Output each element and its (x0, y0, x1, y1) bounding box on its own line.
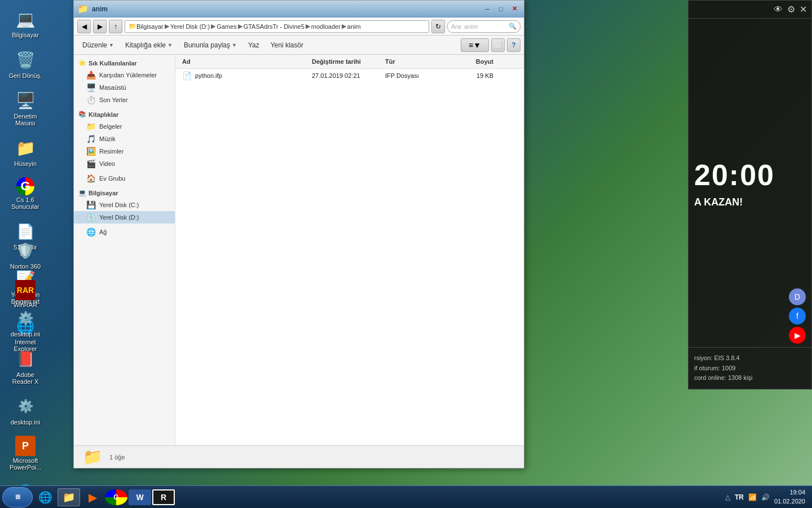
minimize-button[interactable]: ─ (481, 4, 493, 14)
son-yerler-label: Son Yerler (99, 97, 128, 103)
desktop-icon-bilgisayar[interactable]: 💻 Bilgisayar (6, 6, 45, 41)
tray-icon-1: △ (725, 493, 730, 501)
forward-button[interactable]: ▶ (93, 20, 107, 33)
desktop-icon-cs16[interactable]: G Cs 1.6 Sunucular (6, 175, 45, 212)
col-header-type[interactable]: Tür (383, 57, 451, 66)
sidebar-item-son-yerler[interactable]: ⏱️ Son Yerler (74, 94, 175, 106)
table-row[interactable]: 📄 python.ifp 27.01.2019 02:21 IFP Dosyas… (175, 69, 524, 82)
sidebar-favorites-header[interactable]: ⭐ Sık Kullanılanlar (74, 57, 175, 69)
sidebar-item-masaustu[interactable]: 🖥️ Masaüstü (74, 81, 175, 94)
file-type-cell: IFP Dosyası (383, 72, 451, 79)
start-icon: ⊞ (15, 493, 20, 501)
search-box[interactable]: Ara: anim 🔍 (447, 20, 520, 33)
overlay-close-button[interactable]: ✕ (800, 4, 807, 15)
taskbar-item-r[interactable]: R (152, 489, 175, 505)
taskbar-date: 01.02.2020 (774, 497, 805, 506)
desktop-icon-geri-dönüşüm[interactable]: 🗑️ Geri Dönüş. (6, 46, 45, 81)
desktop-icon-desktop-ini2[interactable]: ⚙️ desktop.ini (6, 393, 45, 428)
ini-icon-1: ⚙️ (14, 307, 37, 330)
user-folder-icon: 📁 (14, 137, 37, 159)
sidebar-item-ag[interactable]: 🌐 Ağ (74, 226, 175, 238)
taskbar-item-media[interactable]: ▶ (81, 488, 104, 506)
desktop-icons-col2: 🛡️ Norton 360 RAR WinRAR (6, 237, 45, 310)
sidebar-item-disk-d[interactable]: 💿 Yerel Disk (D:) (74, 211, 175, 224)
ag-sidebar-icon: 🌐 (86, 227, 96, 237)
desktop-icons-col3: ⚙️ desktop.ini 📕 Adobe Reader X ⚙️ deskt… (6, 305, 45, 508)
overlay-eye-button[interactable]: 👁 (774, 5, 783, 15)
overlay-header: 👁 ⚙ ✕ (689, 1, 811, 19)
discord-button[interactable]: D (789, 288, 806, 305)
taskbar-item-chrome[interactable]: G (105, 489, 127, 505)
desktop: 💻 Bilgisayar 🗑️ Geri Dönüş. 🖥️ Denetim M… (0, 0, 812, 508)
sidebar-item-resimler[interactable]: 🖼️ Resimler (74, 145, 175, 157)
favorites-star-icon: ⭐ (78, 59, 86, 67)
yaz-label: Yaz (248, 41, 259, 49)
desktop-icon-adobe[interactable]: 📕 Adobe Reader X (6, 345, 45, 387)
address-path[interactable]: 📁 Bilgisayar ▶ Yerel Disk (D:) ▶ Games ▶… (125, 20, 429, 33)
taskbar: ⊞ 🌐 📁 ▶ G W R △ TR 📶 🔊 19:04 01.02.2020 (0, 485, 812, 508)
start-button[interactable]: ⊞ (2, 487, 33, 507)
sidebar-bilgisayar-header[interactable]: 💻 Bilgisayar (74, 187, 175, 199)
winrar-icon: RAR (15, 280, 36, 300)
facebook-button[interactable]: f (789, 308, 806, 325)
network-tray-icon: 📶 (748, 493, 757, 501)
disk-d-label: Yerel Disk (D:) (99, 214, 139, 221)
title-bar-controls: ─ □ ✕ (481, 4, 520, 14)
sidebar-ev-grubu-section: 🏠 Ev Grubu (74, 172, 175, 185)
desktop-icon-denetim-masası[interactable]: 🖥️ Denetim Masası (6, 87, 45, 129)
sidebar-libraries-header[interactable]: 📚 Kitaplıklar (74, 108, 175, 120)
sidebar-item-belgeler[interactable]: 📁 Belgeler (74, 120, 175, 133)
karsidan-label: Karşıdan Yüklemeler (99, 72, 157, 78)
sidebar-item-video[interactable]: 🎬 Video (74, 157, 175, 170)
taskbar-time: 19:04 (774, 488, 805, 497)
file-name: python.ifp (195, 72, 222, 79)
yeni-klasor-button[interactable]: Yeni klasör (266, 39, 308, 51)
sidebar-item-ev-grubu[interactable]: 🏠 Ev Grubu (74, 172, 175, 185)
path-part-bilgisayar[interactable]: 📁 Bilgisayar (129, 23, 164, 30)
youtube-button[interactable]: ▶ (789, 327, 806, 344)
desktop-icon-huseyin[interactable]: 📁 Hüseyin (6, 134, 45, 169)
maximize-button[interactable]: □ (495, 4, 507, 14)
taskbar-item-word[interactable]: W (129, 489, 151, 505)
search-icon: 🔍 (509, 23, 517, 30)
video-icon: 🎬 (86, 159, 96, 168)
close-button[interactable]: ✕ (508, 4, 520, 14)
sidebar-bilgisayar-section: 💻 Bilgisayar 💾 Yerel Disk (C:) 💿 Yerel D… (74, 187, 175, 224)
ifp-file-icon: 📄 (182, 71, 192, 80)
sidebar-item-muzik[interactable]: 🎵 Müzik (74, 133, 175, 145)
overlay-gear-button[interactable]: ⚙ (787, 4, 795, 15)
duzenle-button[interactable]: Düzenle ▼ (77, 39, 119, 51)
sidebar-libraries-section: 📚 Kitaplıklar 📁 Belgeler 🎵 Müzik 🖼️ Resi… (74, 108, 175, 170)
taskbar-right: △ TR 📶 🔊 19:04 01.02.2020 (721, 488, 810, 506)
view-toggle-button[interactable]: ≡▼ (461, 38, 489, 52)
desktop-icon-desktop-ini1[interactable]: ⚙️ desktop.ini (6, 305, 45, 340)
help-button[interactable]: ? (507, 38, 520, 52)
search-placeholder: Ara: anim (451, 23, 478, 30)
desktop-icon-powerpoint[interactable]: P Microsoft PowerPoi... (6, 433, 45, 473)
belgeler-label: Belgeler (99, 123, 122, 130)
col-header-size[interactable]: Boyut (451, 57, 496, 66)
back-button[interactable]: ◀ (77, 20, 91, 33)
sidebar-item-karsidan[interactable]: 📥 Karşıdan Yüklemeler (74, 69, 175, 81)
taskbar-item-ie[interactable]: 🌐 (34, 488, 56, 506)
libraries-icon: 📚 (78, 111, 86, 118)
up-button[interactable]: ↑ (109, 20, 122, 33)
overlay-panel: 👁 ⚙ ✕ 20:00 A KAZAN! rsiyon: EIS 3.8.4 i… (688, 0, 812, 389)
ev-grubu-icon: 🏠 (86, 174, 96, 183)
sidebar-favorites-section: ⭐ Sık Kullanılanlar 📥 Karşıdan Yüklemele… (74, 57, 175, 106)
sidebar-favorites-label: Sık Kullanılanlar (89, 60, 137, 67)
muzik-icon: 🎵 (86, 134, 96, 143)
paylas-button[interactable]: Bununla paylaş ▼ (179, 39, 242, 51)
kitapliga-dropdown-arrow: ▼ (167, 42, 173, 48)
resimler-icon: 🖼️ (86, 147, 96, 156)
desktop-icon-norton[interactable]: 🛡️ Norton 360 (6, 237, 45, 272)
sidebar-item-disk-c[interactable]: 💾 Yerel Disk (C:) (74, 199, 175, 211)
taskbar-item-explorer[interactable]: 📁 (58, 488, 80, 506)
col-header-ad[interactable]: Ad (180, 57, 310, 66)
yaz-button[interactable]: Yaz (243, 39, 264, 51)
karsidan-icon: 📥 (86, 71, 96, 80)
refresh-button[interactable]: ↻ (431, 20, 445, 33)
kitapliga-ekle-button[interactable]: Kitaplığa ekle ▼ (120, 39, 178, 51)
preview-pane-button[interactable]: ⬜ (491, 38, 505, 52)
col-header-date[interactable]: Değiştirme tarihi (310, 57, 383, 66)
